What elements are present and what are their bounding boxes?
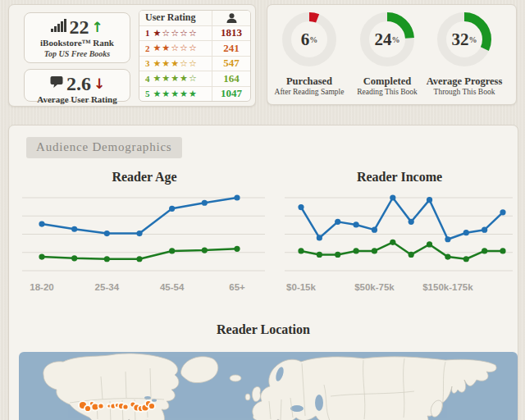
data-point	[427, 197, 432, 203]
rating-stars: 1★☆☆☆☆	[139, 28, 212, 39]
dashboard: 22 ↑ iBookstore™ Rank Top US Free Books …	[0, 0, 525, 420]
rating-count: 547	[212, 57, 250, 71]
black-sea-shape	[290, 405, 304, 412]
gauge-label: Purchased	[268, 75, 350, 87]
rating-row: 3★★★☆☆547	[139, 57, 250, 72]
data-point	[390, 194, 395, 200]
rating-header-label: User Rating	[139, 11, 212, 24]
rating-row: 4★★★★☆164	[139, 71, 250, 87]
chart-title: Reader Age	[17, 170, 272, 191]
gauge-label: Completed	[346, 75, 428, 87]
x-axis-tick-label: 25-34	[95, 282, 120, 292]
rank-trend-up-icon: ↑	[91, 21, 103, 34]
rating-row: 2★★☆☆☆241	[139, 41, 250, 57]
x-axis-tick-label: 45-54	[160, 282, 185, 292]
data-point	[317, 252, 322, 258]
data-point	[500, 248, 505, 253]
income-series-blue	[301, 198, 503, 240]
reading-gauges-panel: 6% Purchased After Reading Sample 24% Co…	[267, 4, 517, 105]
audience-demographics-panel: Audience Demographics Reader Age 18-2025…	[8, 125, 518, 420]
world-map	[19, 352, 518, 420]
users-icon	[212, 11, 250, 25]
gauge-average-progress: 32% Average Progress Through This Book	[423, 5, 505, 98]
data-point	[234, 246, 240, 252]
gauge-label: Average Progress	[423, 75, 505, 87]
data-point	[390, 240, 395, 245]
data-point	[482, 227, 487, 233]
rating-count: 241	[212, 41, 250, 56]
data-point	[104, 231, 110, 236]
rating-row: 5★★★★★1047	[139, 87, 250, 102]
rating-value: 2.6	[66, 74, 91, 94]
rating-stars: 5★★★★★	[139, 89, 212, 99]
rating-trend-down-icon: ↓	[94, 77, 105, 91]
reader-age-chart: Reader Age 18-2025-3445-5465+	[17, 170, 272, 301]
gauge-sublabel: Reading This Book	[346, 87, 428, 97]
gauge-sublabel: Through This Book	[423, 87, 505, 97]
reader-income-chart: Reader Income $0-15k$50k-75k$150k-175k	[280, 170, 519, 301]
iceland-shape	[230, 375, 241, 381]
user-rating-table: User Rating 1★☆☆☆☆18132★★☆☆☆2413★★★☆☆547…	[139, 10, 251, 102]
x-axis-tick-label: $50k-75k	[354, 282, 395, 292]
rank-rating-panel: 22 ↑ iBookstore™ Rank Top US Free Books …	[8, 4, 256, 107]
x-axis-tick-label: $0-15k	[286, 282, 316, 292]
data-point	[202, 247, 208, 253]
data-point	[39, 253, 44, 259]
x-axis-tick-label: 18-20	[30, 282, 53, 292]
data-point	[169, 248, 175, 253]
rating-count: 1813	[212, 26, 250, 41]
data-point	[482, 248, 487, 253]
data-point	[234, 194, 240, 200]
data-point	[445, 236, 450, 242]
great-lake-shape	[152, 399, 157, 402]
data-point	[409, 252, 414, 258]
chart-title: Reader Income	[280, 170, 519, 191]
section-badge: Audience Demographics	[26, 137, 182, 158]
data-point	[104, 256, 110, 262]
data-point	[409, 219, 414, 225]
data-point	[353, 248, 358, 253]
rating-table-header: User Rating	[139, 11, 250, 26]
rank-label: iBookstore™ Rank	[25, 38, 130, 49]
data-point	[353, 221, 358, 227]
rating-row: 1★☆☆☆☆1813	[139, 26, 250, 42]
data-point	[136, 256, 142, 262]
rating-count: 164	[212, 71, 250, 86]
gauge-sublabel: After Reading Sample	[268, 87, 350, 97]
reader-location-marker	[98, 404, 104, 409]
reader-age-plot: 18-2025-3445-5465+	[17, 191, 272, 298]
x-axis-tick-label: 65+	[229, 282, 245, 292]
data-point	[169, 206, 175, 212]
gauge-completed: 24% Completed Reading This Book	[346, 5, 428, 98]
great-lake-shape	[144, 396, 151, 399]
gauge-value: 6%	[281, 11, 337, 67]
data-point	[463, 230, 469, 235]
data-point	[317, 235, 322, 240]
reader-location-map	[19, 352, 518, 420]
rating-label: Average User Rating	[25, 94, 130, 106]
x-axis-tick-label: $150k-175k	[422, 282, 473, 292]
rank-sublabel: Top US Free Books	[25, 49, 130, 59]
data-point	[71, 255, 77, 261]
data-point	[445, 253, 450, 259]
reader-income-plot: $0-15k$50k-75k$150k-175k	[280, 191, 519, 298]
caspian-sea-shape	[315, 395, 323, 411]
data-point	[298, 248, 304, 253]
data-point	[202, 200, 208, 206]
uk-shape	[252, 386, 260, 401]
signal-bars-icon	[51, 19, 66, 35]
data-point	[335, 252, 340, 258]
reader-location-marker	[123, 404, 129, 410]
average-rating-card: 2.6 ↓ Average User Rating	[24, 69, 130, 102]
data-point	[463, 256, 469, 262]
chart-title: Reader Location	[9, 322, 518, 337]
gauge-value: 32%	[436, 11, 492, 67]
rating-stars: 2★★☆☆☆	[139, 43, 212, 53]
data-point	[39, 221, 44, 226]
rating-stars: 4★★★★☆	[139, 73, 212, 84]
gauge-value: 24%	[359, 11, 415, 67]
gauge-purchased: 6% Purchased After Reading Sample	[268, 5, 350, 98]
rank-value: 22	[69, 17, 89, 37]
data-point	[298, 204, 304, 210]
data-point	[372, 248, 377, 253]
